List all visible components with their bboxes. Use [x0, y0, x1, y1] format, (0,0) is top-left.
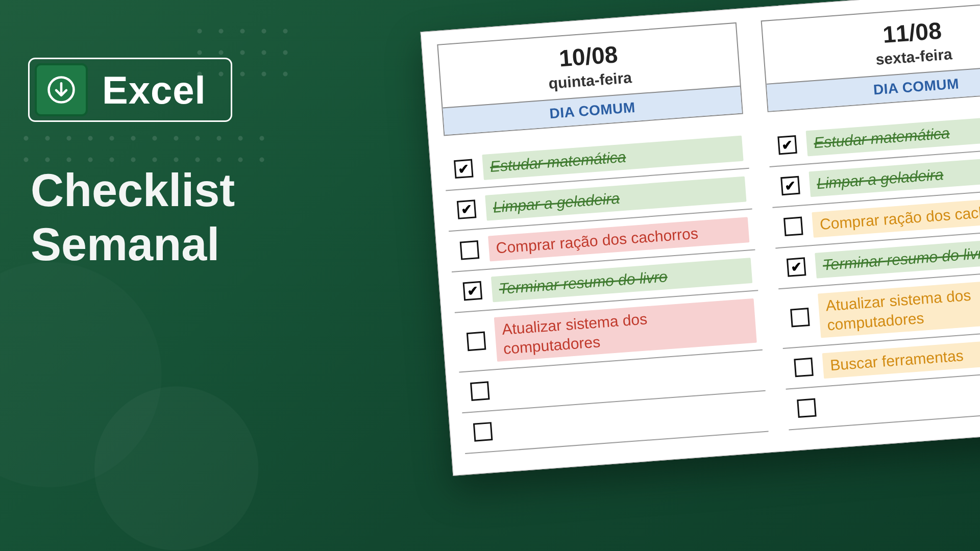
download-arrow-icon: [35, 63, 88, 116]
task-list: Estudar matemática Limpar a geladeira Co…: [443, 128, 769, 454]
spreadsheet-columns: 10/08 quinta-feira DIA COMUM Estudar mat…: [421, 0, 980, 475]
title-line-2: Semanal: [31, 217, 235, 271]
day-header: 10/08 quinta-feira DIA COMUM: [437, 22, 743, 136]
title-line-1: Checklist: [31, 163, 235, 217]
checkbox-icon[interactable]: [797, 398, 817, 418]
task-text: Atualizar sistema dos computadores: [494, 298, 757, 362]
day-column: 10/08 quinta-feira DIA COMUM Estudar mat…: [435, 18, 769, 454]
task-list: Estudar matemática Limpar a geladeira Co…: [767, 104, 980, 430]
checkbox-icon[interactable]: [457, 199, 477, 219]
checkbox-icon[interactable]: [783, 217, 803, 237]
checkbox-icon[interactable]: [473, 422, 493, 442]
checkbox-icon[interactable]: [460, 240, 480, 260]
checkbox-icon[interactable]: [463, 281, 483, 301]
checkbox-icon[interactable]: [470, 381, 490, 401]
checkbox-icon[interactable]: [777, 135, 797, 155]
page-title: Checklist Semanal: [31, 163, 235, 271]
task-text: Estudar matemática: [806, 112, 980, 156]
checkbox-icon[interactable]: [454, 159, 474, 179]
checkbox-icon[interactable]: [794, 358, 814, 378]
day-header: 11/08 sexta-feira DIA COMUM: [761, 0, 980, 112]
checkbox-icon[interactable]: [467, 331, 486, 351]
excel-badge: Excel: [28, 58, 232, 122]
checkbox-icon[interactable]: [790, 308, 810, 328]
checkbox-icon[interactable]: [780, 176, 800, 196]
checkbox-icon[interactable]: [787, 257, 806, 277]
stage: Excel Checklist Semanal 10/08 quinta-fei…: [0, 0, 980, 551]
excel-badge-label: Excel: [102, 68, 206, 112]
day-column: 11/08 sexta-feira DIA COMUM Estudar mate…: [758, 0, 980, 430]
spreadsheet-card: 10/08 quinta-feira DIA COMUM Estudar mat…: [420, 0, 980, 476]
